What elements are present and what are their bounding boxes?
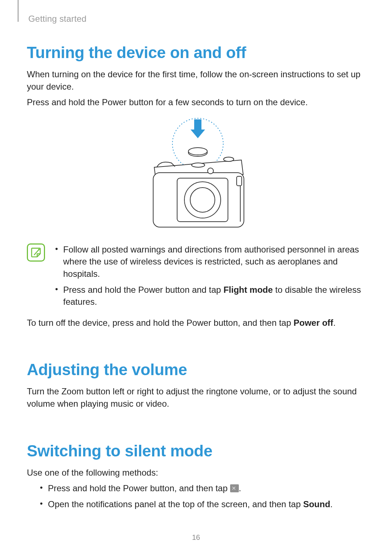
silent-item-bold: Sound <box>303 499 330 509</box>
arrow-down-icon <box>191 119 205 138</box>
note-item-pre: Press and hold the Power button and tap <box>63 285 224 295</box>
power-para-1: When turning on the device for the first… <box>27 68 365 93</box>
breadcrumb: Getting started <box>28 14 365 24</box>
heading-silent: Switching to silent mode <box>27 442 365 460</box>
power-figure <box>27 116 365 233</box>
silent-item-pre: Press and hold the Power button, and the… <box>48 483 230 493</box>
note-item-bold: Flight mode <box>224 285 273 295</box>
silent-para-1: Use one of the following methods: <box>27 467 365 479</box>
p3-pre: To turn off the device, press and hold t… <box>27 318 294 328</box>
note-item: Follow all posted warnings and direction… <box>53 243 365 280</box>
silent-item-post: . <box>330 499 333 509</box>
heading-volume: Adjusting the volume <box>27 361 365 379</box>
silent-list: Press and hold the Power button, and the… <box>38 482 365 510</box>
svg-point-12 <box>192 163 205 167</box>
svg-point-10 <box>190 188 215 212</box>
note-item-text: Follow all posted warnings and direction… <box>63 245 359 279</box>
volume-para-1: Turn the Zoom button left or right to ad… <box>27 385 365 410</box>
list-item: Open the notifications panel at the top … <box>38 498 365 510</box>
silent-item-post: . <box>239 483 241 493</box>
svg-point-15 <box>38 249 40 250</box>
note-list: Follow all posted warnings and direction… <box>53 243 365 312</box>
svg-rect-1 <box>194 119 201 130</box>
power-para-3: To turn off the device, press and hold t… <box>27 317 365 329</box>
camera-power-illustration <box>134 116 258 233</box>
note-item: Press and hold the Power button and tap … <box>53 284 365 308</box>
list-item: Press and hold the Power button, and the… <box>38 482 365 495</box>
note-icon <box>27 243 45 262</box>
manual-page: Getting started Turning the device on an… <box>0 0 392 554</box>
svg-point-5 <box>188 148 207 155</box>
svg-point-13 <box>208 168 213 174</box>
note-block: Follow all posted warnings and direction… <box>27 243 365 312</box>
heading-power: Turning the device on and off <box>27 44 365 62</box>
power-para-2: Press and hold the Power button for a fe… <box>27 96 365 108</box>
p3-bold: Power off <box>294 318 333 328</box>
svg-rect-14 <box>237 176 242 186</box>
page-number: 16 <box>0 533 392 542</box>
silent-item-pre: Open the notifications panel at the top … <box>48 499 303 509</box>
mute-icon <box>230 484 239 492</box>
header-rule <box>17 0 19 22</box>
p3-post: . <box>333 318 336 328</box>
svg-marker-2 <box>191 130 205 138</box>
svg-point-6 <box>224 157 234 161</box>
